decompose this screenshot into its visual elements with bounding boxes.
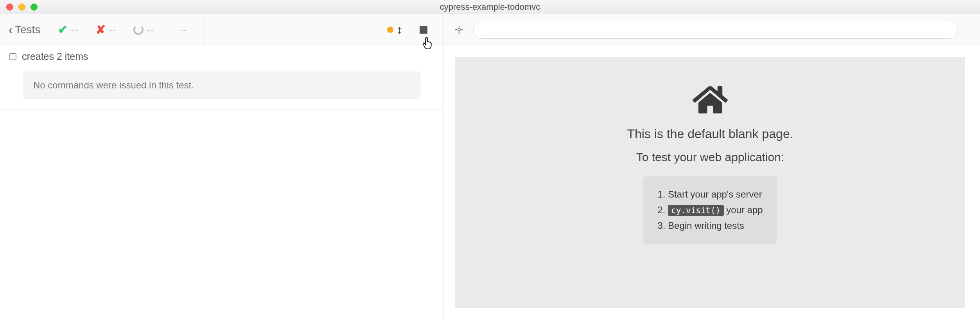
no-commands-message: No commands were issued in this test. <box>23 72 420 99</box>
selector-playground-button[interactable] <box>454 24 465 35</box>
code-snippet: cy.visit() <box>668 205 723 216</box>
close-window-button[interactable] <box>6 4 13 11</box>
aut-panel: This is the default blank page. To test … <box>443 14 980 320</box>
pending-stat: -- <box>125 23 163 36</box>
blank-page-step: Start your app's server <box>657 187 763 202</box>
test-status-pending-icon <box>9 53 16 60</box>
blank-page-step: Begin writing tests <box>657 218 763 234</box>
failed-count: -- <box>109 23 116 36</box>
failed-stat: ✘ -- <box>87 23 125 36</box>
traffic-lights <box>6 4 38 11</box>
maximize-window-button[interactable] <box>31 4 38 11</box>
command-log-panel: ‹ Tests ✔ -- ✘ -- -- -- <box>0 14 443 320</box>
passed-stat: ✔ -- <box>49 23 87 36</box>
test-title: creates 2 items <box>22 51 88 62</box>
chevron-left-icon: ‹ <box>9 23 13 36</box>
window-titlebar: cypress-example-todomvc <box>0 0 980 14</box>
blank-page-steps: Start your app's servercy.visit() your a… <box>643 176 777 244</box>
blank-page-subtitle: To test your web application: <box>636 151 784 164</box>
test-row[interactable]: creates 2 items <box>0 45 443 68</box>
up-down-arrow-icon: ↕ <box>397 23 402 36</box>
back-to-tests-label: Tests <box>15 23 40 36</box>
pending-count: -- <box>147 23 154 36</box>
minimize-window-button[interactable] <box>18 4 25 11</box>
duration-stat: -- <box>172 23 196 36</box>
aut-url-input[interactable] <box>473 21 958 39</box>
reporter-toolbar: ‹ Tests ✔ -- ✘ -- -- -- <box>0 14 443 45</box>
blank-page-step: cy.visit() your app <box>657 202 763 218</box>
divider <box>0 109 443 110</box>
aut-preview-blank: This is the default blank page. To test … <box>455 57 965 308</box>
window-title: cypress-example-todomvc <box>440 2 540 12</box>
aut-url-bar <box>443 14 980 45</box>
auto-scroll-toggle[interactable]: ↕ <box>387 23 402 36</box>
stop-button[interactable] <box>420 26 427 34</box>
home-icon <box>693 82 728 119</box>
amber-dot-icon <box>387 27 393 33</box>
back-to-tests-button[interactable]: ‹ Tests <box>9 23 40 36</box>
spinner-icon <box>133 25 144 35</box>
check-icon: ✔ <box>58 23 68 36</box>
cross-icon: ✘ <box>96 23 106 36</box>
blank-page-title: This is the default blank page. <box>627 127 793 141</box>
passed-count: -- <box>71 23 78 36</box>
